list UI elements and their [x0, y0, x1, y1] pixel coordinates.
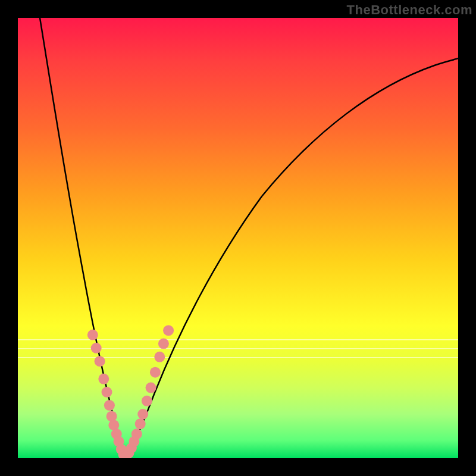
watermark-text: TheBottleneck.com — [347, 2, 472, 18]
data-dot — [142, 396, 152, 406]
data-dot — [131, 428, 142, 439]
data-dot — [98, 374, 109, 384]
left-arm-curve — [40, 18, 126, 458]
data-dot — [163, 325, 174, 336]
data-dot — [87, 330, 98, 340]
data-dot — [137, 409, 148, 419]
plot-area — [18, 18, 458, 458]
data-dot — [154, 352, 165, 362]
dot-cluster — [87, 325, 174, 458]
data-dot — [158, 339, 169, 349]
curve-layer — [18, 18, 458, 458]
data-dot — [91, 343, 102, 353]
data-dot — [104, 400, 115, 411]
right-arm-curve — [126, 58, 458, 458]
data-dot — [135, 418, 146, 429]
data-dot — [150, 367, 161, 378]
data-dot — [102, 387, 112, 397]
data-dot — [146, 383, 156, 393]
data-dot — [95, 356, 105, 367]
